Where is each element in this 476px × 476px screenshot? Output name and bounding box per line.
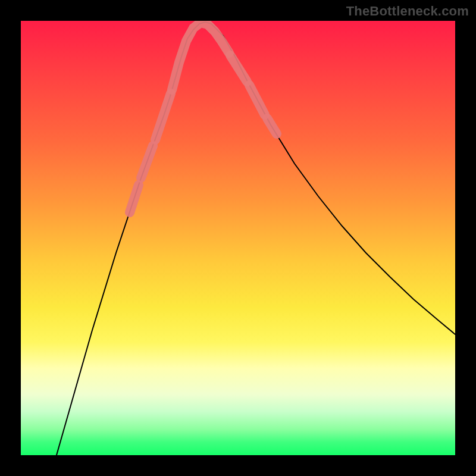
watermark-label: TheBottleneck.com [346, 4, 469, 19]
plot-area [21, 21, 455, 455]
overlay-right-lower [230, 55, 247, 82]
overlay-left-mid [141, 146, 153, 178]
overlay-valley [172, 23, 229, 90]
chart-frame: TheBottleneck.com [0, 0, 476, 476]
overlay-right-mid [249, 85, 265, 115]
overlay-left-upper [130, 185, 139, 212]
curve-svg [21, 21, 455, 455]
bottleneck-curve [57, 22, 455, 455]
highlight-overlay [130, 23, 277, 212]
overlay-left-lower [155, 93, 171, 140]
overlay-right-upper [267, 118, 277, 134]
